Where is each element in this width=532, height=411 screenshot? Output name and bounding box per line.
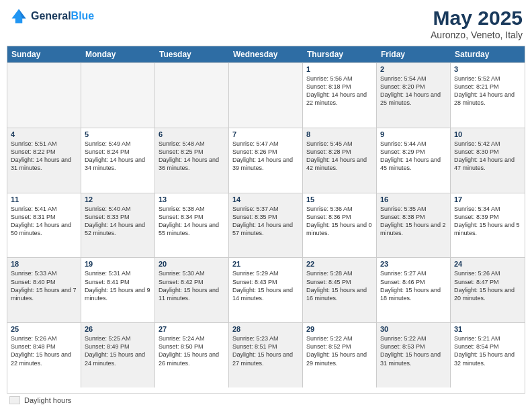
day-number: 23	[380, 260, 447, 268]
cell-info: Sunrise: 5:24 AM Sunset: 8:50 PM Dayligh…	[159, 334, 225, 367]
calendar-header-cell: Wednesday	[229, 46, 303, 62]
calendar-cell: 17Sunrise: 5:34 AM Sunset: 8:39 PM Dayli…	[451, 193, 525, 258]
cell-info: Sunrise: 5:31 AM Sunset: 8:41 PM Dayligh…	[85, 269, 151, 302]
day-number: 26	[85, 325, 151, 333]
calendar-cell: 30Sunrise: 5:22 AM Sunset: 8:53 PM Dayli…	[377, 323, 451, 387]
day-number: 25	[11, 325, 77, 333]
month-title: May 2025	[431, 7, 523, 30]
legend: Daylight hours	[7, 396, 525, 404]
cell-info: Sunrise: 5:42 AM Sunset: 8:30 PM Dayligh…	[454, 140, 521, 173]
calendar-row: 18Sunrise: 5:33 AM Sunset: 8:40 PM Dayli…	[7, 257, 525, 322]
cell-info: Sunrise: 5:25 AM Sunset: 8:49 PM Dayligh…	[85, 334, 151, 367]
day-number: 24	[454, 260, 521, 268]
cell-info: Sunrise: 5:37 AM Sunset: 8:35 PM Dayligh…	[232, 205, 299, 238]
cell-info: Sunrise: 5:23 AM Sunset: 8:51 PM Dayligh…	[232, 334, 299, 367]
calendar-cell: 16Sunrise: 5:35 AM Sunset: 8:38 PM Dayli…	[377, 193, 451, 258]
calendar-row: 11Sunrise: 5:41 AM Sunset: 8:31 PM Dayli…	[7, 193, 525, 258]
calendar-cell: 18Sunrise: 5:33 AM Sunset: 8:40 PM Dayli…	[7, 258, 81, 322]
title-block: May 2025 Auronzo, Veneto, Italy	[431, 7, 523, 40]
location: Auronzo, Veneto, Italy	[431, 30, 523, 40]
calendar-cell: 14Sunrise: 5:37 AM Sunset: 8:35 PM Dayli…	[229, 193, 303, 258]
logo: GeneralBlue	[9, 7, 94, 26]
day-number: 27	[159, 325, 225, 333]
day-number: 6	[159, 130, 225, 138]
cell-info: Sunrise: 5:33 AM Sunset: 8:40 PM Dayligh…	[11, 269, 77, 302]
day-number: 1	[306, 65, 373, 73]
calendar-cell: 4Sunrise: 5:51 AM Sunset: 8:22 PM Daylig…	[7, 128, 81, 193]
day-number: 22	[306, 260, 373, 268]
cell-info: Sunrise: 5:36 AM Sunset: 8:36 PM Dayligh…	[306, 205, 373, 238]
calendar-header-cell: Saturday	[451, 46, 525, 62]
cell-info: Sunrise: 5:21 AM Sunset: 8:54 PM Dayligh…	[454, 334, 521, 367]
calendar: SundayMondayTuesdayWednesdayThursdayFrid…	[7, 46, 525, 394]
cell-info: Sunrise: 5:27 AM Sunset: 8:46 PM Dayligh…	[380, 269, 447, 302]
calendar-cell: 1Sunrise: 5:56 AM Sunset: 8:18 PM Daylig…	[303, 63, 377, 128]
calendar-cell: 7Sunrise: 5:47 AM Sunset: 8:26 PM Daylig…	[229, 128, 303, 193]
cell-info: Sunrise: 5:49 AM Sunset: 8:24 PM Dayligh…	[85, 140, 151, 173]
day-number: 21	[232, 260, 299, 268]
calendar-cell: 25Sunrise: 5:26 AM Sunset: 8:48 PM Dayli…	[7, 323, 81, 387]
day-number: 4	[11, 130, 77, 138]
cell-info: Sunrise: 5:28 AM Sunset: 8:45 PM Dayligh…	[306, 269, 373, 302]
calendar-cell: 10Sunrise: 5:42 AM Sunset: 8:30 PM Dayli…	[451, 128, 525, 193]
cell-info: Sunrise: 5:29 AM Sunset: 8:43 PM Dayligh…	[232, 269, 299, 302]
day-number: 2	[380, 65, 447, 73]
cell-info: Sunrise: 5:34 AM Sunset: 8:39 PM Dayligh…	[454, 205, 521, 238]
calendar-cell: 19Sunrise: 5:31 AM Sunset: 8:41 PM Dayli…	[81, 258, 155, 322]
cell-info: Sunrise: 5:54 AM Sunset: 8:20 PM Dayligh…	[380, 75, 447, 107]
day-number: 16	[380, 195, 447, 203]
cell-info: Sunrise: 5:40 AM Sunset: 8:33 PM Dayligh…	[85, 205, 151, 238]
day-number: 5	[85, 130, 151, 138]
calendar-cell: 22Sunrise: 5:28 AM Sunset: 8:45 PM Dayli…	[303, 258, 377, 322]
calendar-cell: 9Sunrise: 5:44 AM Sunset: 8:29 PM Daylig…	[377, 128, 451, 193]
calendar-cell	[7, 63, 81, 128]
cell-info: Sunrise: 5:56 AM Sunset: 8:18 PM Dayligh…	[306, 75, 373, 107]
day-number: 7	[232, 130, 299, 138]
calendar-cell	[229, 63, 303, 128]
day-number: 13	[159, 195, 225, 203]
calendar-cell: 23Sunrise: 5:27 AM Sunset: 8:46 PM Dayli…	[377, 258, 451, 322]
calendar-cell: 27Sunrise: 5:24 AM Sunset: 8:50 PM Dayli…	[155, 323, 229, 387]
legend-label: Daylight hours	[24, 396, 71, 404]
calendar-cell: 31Sunrise: 5:21 AM Sunset: 8:54 PM Dayli…	[451, 323, 525, 387]
cell-info: Sunrise: 5:51 AM Sunset: 8:22 PM Dayligh…	[11, 140, 77, 173]
day-number: 15	[306, 195, 373, 203]
cell-info: Sunrise: 5:38 AM Sunset: 8:34 PM Dayligh…	[159, 205, 225, 238]
calendar-cell: 21Sunrise: 5:29 AM Sunset: 8:43 PM Dayli…	[229, 258, 303, 322]
cell-info: Sunrise: 5:45 AM Sunset: 8:28 PM Dayligh…	[306, 140, 373, 173]
calendar-header-cell: Sunday	[7, 46, 81, 62]
day-number: 10	[454, 130, 521, 138]
calendar-cell: 13Sunrise: 5:38 AM Sunset: 8:34 PM Dayli…	[155, 193, 229, 258]
logo-icon	[9, 7, 28, 26]
calendar-header-cell: Monday	[81, 46, 155, 62]
calendar-cell	[155, 63, 229, 128]
cell-info: Sunrise: 5:48 AM Sunset: 8:25 PM Dayligh…	[159, 140, 225, 173]
calendar-cell: 2Sunrise: 5:54 AM Sunset: 8:20 PM Daylig…	[377, 63, 451, 128]
calendar-cell: 8Sunrise: 5:45 AM Sunset: 8:28 PM Daylig…	[303, 128, 377, 193]
day-number: 9	[380, 130, 447, 138]
logo-text: GeneralBlue	[31, 10, 94, 22]
calendar-cell: 24Sunrise: 5:26 AM Sunset: 8:47 PM Dayli…	[451, 258, 525, 322]
header: GeneralBlue May 2025 Auronzo, Veneto, It…	[7, 7, 525, 40]
cell-info: Sunrise: 5:52 AM Sunset: 8:21 PM Dayligh…	[454, 75, 521, 107]
cell-info: Sunrise: 5:41 AM Sunset: 8:31 PM Dayligh…	[11, 205, 77, 238]
cell-info: Sunrise: 5:44 AM Sunset: 8:29 PM Dayligh…	[380, 140, 447, 173]
calendar-cell: 26Sunrise: 5:25 AM Sunset: 8:49 PM Dayli…	[81, 323, 155, 387]
cell-info: Sunrise: 5:22 AM Sunset: 8:52 PM Dayligh…	[306, 334, 373, 367]
calendar-cell: 11Sunrise: 5:41 AM Sunset: 8:31 PM Dayli…	[7, 193, 81, 258]
day-number: 20	[159, 260, 225, 268]
calendar-header-cell: Thursday	[303, 46, 377, 62]
calendar-row: 4Sunrise: 5:51 AM Sunset: 8:22 PM Daylig…	[7, 128, 525, 193]
page: GeneralBlue May 2025 Auronzo, Veneto, It…	[0, 0, 532, 411]
day-number: 11	[11, 195, 77, 203]
day-number: 18	[11, 260, 77, 268]
day-number: 29	[306, 325, 373, 333]
calendar-header-cell: Friday	[377, 46, 451, 62]
day-number: 19	[85, 260, 151, 268]
calendar-row: 25Sunrise: 5:26 AM Sunset: 8:48 PM Dayli…	[7, 322, 525, 387]
calendar-header: SundayMondayTuesdayWednesdayThursdayFrid…	[7, 46, 525, 62]
day-number: 3	[454, 65, 521, 73]
day-number: 8	[306, 130, 373, 138]
cell-info: Sunrise: 5:26 AM Sunset: 8:48 PM Dayligh…	[11, 334, 77, 367]
cell-info: Sunrise: 5:47 AM Sunset: 8:26 PM Dayligh…	[232, 140, 299, 173]
